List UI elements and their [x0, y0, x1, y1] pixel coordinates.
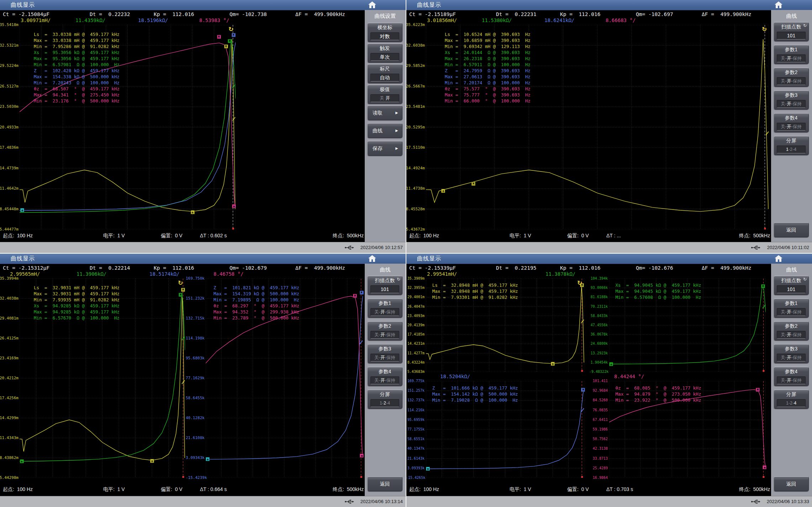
trace-marker-max[interactable]: M — [756, 388, 760, 392]
softkey-curve[interactable]: 曲线 ► — [367, 123, 402, 138]
axis-label: 114.198k — [186, 336, 204, 340]
trace-marker-max[interactable]: M — [228, 39, 232, 43]
softkey-param-3[interactable]: 参数3 关-开-保持 — [367, 344, 402, 363]
trace-marker-max[interactable]: M — [353, 294, 357, 298]
trace-marker-max[interactable]: M — [581, 388, 585, 392]
softkey-param-2[interactable]: 参数2 关-开-保持 — [367, 321, 402, 340]
trace-marker-max[interactable]: M — [471, 182, 475, 186]
trace-marker-min[interactable]: m — [441, 189, 445, 193]
usb-icon — [751, 245, 761, 250]
trace-marker-max[interactable]: M — [360, 291, 364, 295]
trace-readout-line: Max = 32.8948 mH @ 459.177 kHz — [432, 288, 518, 294]
softkey-split[interactable]: 分屏 1-2-4 — [367, 390, 402, 409]
softkey-label: 分屏 — [774, 391, 808, 398]
softkey-param-4[interactable]: 参数4 关-开-保持 — [367, 367, 402, 386]
trace-marker-max[interactable]: M — [761, 284, 765, 288]
softkey-param-1[interactable]: 参数1 关-开-保持 — [367, 299, 402, 318]
trace-readout-block: Ls = 33.0338 mH @ 459.177 kHzMax = 33.03… — [34, 31, 120, 104]
softkey-split[interactable]: 分屏 1-2-4 — [774, 136, 809, 155]
status-strip: 2022/04/06 10:12:57 — [0, 242, 406, 253]
scale-theta: 8.44244 °/ — [614, 374, 644, 379]
trace-readout-line: Max = 154.142 kΩ @ 500.000 kHz — [432, 391, 518, 397]
status-strip: 2022/04/06 10:13:33 — [406, 496, 812, 507]
param-state: 关-开-保持 — [370, 308, 399, 316]
trace-readout-line: Min = 6.57608 Ω @ 100.000 Hz — [616, 294, 701, 300]
readout-qm: Qm= -102.676 — [636, 265, 673, 271]
trace-marker-min[interactable]: m — [609, 362, 613, 366]
softkey-trigger[interactable]: 触发 单次 — [367, 43, 402, 63]
trace-marker-min[interactable]: m — [206, 457, 210, 461]
softkey-param-3[interactable]: 参数3 关-开-保持 — [774, 344, 809, 363]
axis-label: 26.4125m — [0, 336, 18, 340]
readout-ct: Ct = -2.15084μF — [3, 11, 49, 17]
trace-marker-min[interactable]: m — [150, 459, 154, 463]
softkey-param-1[interactable]: 参数1 关-开-保持 — [774, 45, 809, 64]
softkey-back[interactable]: 返回 — [774, 222, 809, 237]
softkey-sweep-points[interactable]: 扫描点数 ↻ 101 — [774, 22, 809, 41]
softkey-split[interactable]: 分屏 1-2-4 — [774, 390, 809, 409]
trace-marker-max[interactable]: M — [232, 33, 236, 37]
axis-label: 11.4277m — [406, 351, 425, 355]
softkey-param-2[interactable]: 参数2 关-开-保持 — [774, 68, 809, 87]
softkey-sweep-points[interactable]: 扫描点数 ↻ 101 — [774, 276, 809, 295]
axis-label: 20.4139m — [406, 323, 425, 327]
trace-marker-min[interactable]: m — [426, 467, 430, 471]
softkey-back[interactable]: 返回 — [774, 476, 809, 491]
softkey-back[interactable]: 返回 — [367, 476, 402, 491]
axis-label: 151.257k — [406, 389, 425, 392]
footer-bias: 偏置: 0 V — [567, 486, 589, 493]
softkey-xaxis[interactable]: 横坐标 对数 — [367, 23, 402, 42]
split-state: 1-2-4 — [370, 399, 399, 407]
trace-marker-min[interactable]: m — [360, 454, 364, 458]
submenu-arrow-icon: ► — [395, 106, 399, 120]
softkey-read[interactable]: 读取 ► — [367, 105, 402, 120]
trace-marker-max[interactable]: M — [217, 35, 221, 39]
softkey-param-4[interactable]: 参数4 关-开-保持 — [774, 113, 809, 132]
trace-readout-line: Max = 26.2318 Ω @ 390.693 Hz — [445, 56, 531, 62]
trace-readout-line: Max = 32.9031 mH @ 459.177 kHz — [34, 291, 120, 297]
trace-readout-line: Ls = 10.6524 mH @ 390.693 Hz — [445, 31, 531, 37]
param-state: 关-开-保持 — [777, 376, 806, 384]
footer-bias: 偏置: 0 V — [161, 233, 183, 239]
softkey-save[interactable]: 保存 ► — [367, 141, 402, 156]
trace-readout-line: Z = 101.666 kΩ @ 459.177 kHz — [432, 385, 518, 391]
trace-marker-min[interactable]: m — [191, 210, 195, 214]
readout-df: ΔF = 499.900kHz — [702, 11, 752, 17]
home-icon[interactable] — [774, 255, 783, 263]
cursor-foot — [581, 370, 583, 372]
trace-marker-min[interactable]: m — [763, 465, 766, 469]
trace-marker-max[interactable]: M — [224, 44, 228, 48]
trace-marker-max[interactable]: M — [179, 293, 183, 297]
softkey-extremum[interactable]: 极值 关 开 — [367, 85, 402, 104]
trace-marker-max[interactable]: M — [181, 288, 185, 292]
refresh-icon: ↻ — [397, 277, 400, 282]
home-icon[interactable] — [368, 255, 376, 263]
softkey-ruler[interactable]: 标尺 自动 — [367, 64, 402, 83]
axis-label: 11.4738m — [406, 186, 425, 191]
softkey-param-2[interactable]: 参数2 关-开-保持 — [774, 321, 809, 340]
trace-marker-min[interactable]: m — [20, 208, 24, 212]
softkey-sweep-points[interactable]: 扫描点数 ↻ 101 — [367, 276, 402, 295]
trace-marker-min[interactable]: m — [20, 459, 24, 463]
param-state: 关-开-保持 — [777, 354, 806, 361]
trace-readout-line: Min = 7.95286 mH @ 91.0282 kHz — [34, 43, 120, 49]
trace-marker-min[interactable]: m — [551, 362, 555, 366]
scale-ls: 2.99541mH/ — [427, 271, 457, 277]
home-icon[interactable] — [774, 1, 783, 9]
cursor-foot — [182, 476, 184, 478]
softkey-param-3[interactable]: 参数3 关-开-保持 — [774, 90, 809, 110]
softkey-label: 参数2 — [774, 323, 808, 329]
softkey-param-1[interactable]: 参数1 关-开-保持 — [774, 299, 809, 318]
axis-label: 20.5295m — [406, 125, 425, 130]
softkey-label: 保存 — [373, 141, 383, 155]
axis-label: 35.6223m — [406, 22, 425, 27]
axis-label: 11.4642m — [0, 186, 18, 191]
menu-title: 曲线设置 — [365, 13, 406, 20]
softkey-param-4[interactable]: 参数4 关-开-保持 — [774, 367, 809, 386]
trace-marker-min[interactable]: m — [232, 204, 236, 208]
softkey-label: 参数3 — [368, 346, 402, 352]
titlebar: 曲线显示 — [0, 0, 406, 10]
home-icon[interactable] — [368, 1, 376, 9]
scale-z: 18.6241kΩ/ — [544, 17, 574, 23]
trace-readout-line: Min = 66.000 ° @ 100.000 Hz — [445, 98, 531, 104]
